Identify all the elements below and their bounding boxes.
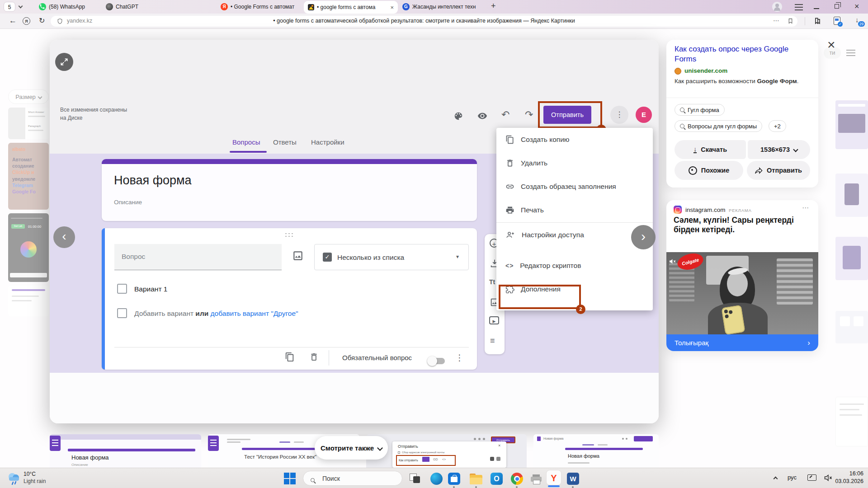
browser-menu-icon[interactable] xyxy=(795,2,803,12)
tag-chip-1[interactable]: Гугл форма xyxy=(675,104,725,116)
running-indicator xyxy=(453,486,455,488)
url-more-icon[interactable]: ⋯ xyxy=(773,17,779,24)
tab-close-icon[interactable]: × xyxy=(390,4,394,11)
menu-item-copy: Создать копию xyxy=(496,128,653,151)
share-button[interactable]: Отправить xyxy=(747,161,810,180)
url-bar[interactable]: yandex.kz • google forms с автоматическо… xyxy=(51,16,797,27)
tab-google-forms[interactable]: • Google Forms с автомат xyxy=(231,4,299,10)
mute-icon[interactable] xyxy=(669,258,676,265)
size-select-button[interactable]: 1536×673 xyxy=(748,140,810,159)
forms-tab-answers: Ответы xyxy=(273,138,297,146)
search-placeholder: Поиск xyxy=(322,475,340,482)
new-tab-button[interactable]: + xyxy=(491,1,496,11)
ad-video-frame[interactable]: Colgate xyxy=(666,252,818,334)
theme-palette-icon xyxy=(453,111,463,121)
tag-chip-more[interactable]: +2 xyxy=(769,120,786,132)
window-restore-button[interactable] xyxy=(835,4,839,9)
tab-zhasandy[interactable]: Жасанды интеллект техн xyxy=(412,4,481,10)
preview-eye-icon xyxy=(477,112,487,120)
similar-images-button[interactable]: Похожие xyxy=(675,161,743,180)
active-tab-label: • google forms с автома xyxy=(317,4,387,10)
active-app-indicator xyxy=(548,485,560,487)
taskbar-search[interactable]: Поиск xyxy=(303,471,402,486)
clock-date[interactable]: 03.03.2026 xyxy=(831,478,863,484)
search-icon xyxy=(680,108,684,112)
menu-item-script-editor: <> Редактор скриптов xyxy=(496,254,653,277)
ad-menu-icon[interactable]: ⋯ xyxy=(802,204,809,212)
language-indicator[interactable]: рус xyxy=(788,474,797,481)
source-title-link[interactable]: Как создать опрос через Google Forms xyxy=(675,44,810,64)
weather-temp[interactable]: 10°C xyxy=(24,471,36,477)
next-image-button[interactable]: › xyxy=(631,225,656,249)
add-image-icon xyxy=(292,250,304,262)
cast-monitor-icon[interactable] xyxy=(807,474,816,481)
mini-send-dialog: Отправить × Сбор адресов электронной поч… xyxy=(392,441,506,468)
back-button[interactable]: ← xyxy=(9,16,17,25)
tab-chatgpt[interactable]: ChatGPT xyxy=(116,4,138,10)
tab-whatsapp[interactable]: (58) WhatsApp xyxy=(49,4,85,10)
outlook-icon[interactable]: O xyxy=(491,473,503,485)
ad-cta-button[interactable]: Толығырақ› xyxy=(666,334,818,351)
instagram-ad-card[interactable]: instagram.com РЕКЛАМА ⋯ Сәлем, күлгін! С… xyxy=(666,200,818,351)
browser-address-bar: ← Я ↻ yandex.kz • google forms с автомат… xyxy=(0,14,868,29)
word-icon[interactable]: W xyxy=(567,473,579,485)
related-thumb-4[interactable]: Новая форма Новая форма xyxy=(533,434,659,468)
profile-avatar[interactable] xyxy=(772,2,782,12)
fullscreen-expand-button[interactable] xyxy=(55,53,73,71)
question-card-accent xyxy=(102,228,105,370)
required-label: Обязательный вопрос xyxy=(342,354,412,361)
chatgpt-icon xyxy=(106,3,113,10)
annotation-badge-2: 2 xyxy=(576,305,585,314)
ad-badge: РЕКЛАМА xyxy=(729,208,752,213)
tab-active-yandex-images[interactable]: • google forms с автома × xyxy=(304,1,398,14)
ad-site-label: instagram.com xyxy=(685,206,726,213)
store-icon[interactable] xyxy=(448,473,460,485)
window-close-button[interactable]: × xyxy=(854,2,859,11)
form-description: Описание xyxy=(114,199,142,206)
download-button[interactable]: ↓ Скачать xyxy=(675,140,746,159)
browser-tab-bar: 5 (58) WhatsApp ChatGPT Я • Google Forms… xyxy=(0,0,868,14)
tag-chip-2[interactable]: Вопросы для гугл формы xyxy=(675,120,762,132)
add-video-icon: ▶ xyxy=(489,316,499,324)
source-domain-link[interactable]: unisender.com xyxy=(684,67,727,74)
image-viewer-card[interactable]: Все изменения сохраненына Диске ↶ ↷ Отпр… xyxy=(50,40,659,423)
previous-image-button[interactable]: ‹ xyxy=(53,226,75,248)
file-explorer-icon[interactable] xyxy=(470,474,482,484)
toggle-knob xyxy=(427,356,437,366)
task-view-icon[interactable] xyxy=(410,474,421,483)
question-title-input: Вопрос xyxy=(114,244,282,270)
source-description: Как расширить возможности Google Форм. xyxy=(675,78,810,84)
refresh-button[interactable]: ↻ xyxy=(39,16,45,25)
start-button[interactable] xyxy=(284,473,296,484)
yandex-browser-icon[interactable]: Y xyxy=(546,470,561,485)
tray-expand-icon[interactable] xyxy=(774,477,778,481)
annotation-box-2 xyxy=(499,285,581,309)
redo-icon: ↷ xyxy=(525,109,533,121)
running-indicator xyxy=(572,486,574,488)
document-extension-icon[interactable]: ✓ xyxy=(834,17,840,25)
panel-divider xyxy=(666,98,818,98)
bookmark-icon[interactable] xyxy=(788,18,793,24)
clock-time[interactable]: 16:06 xyxy=(834,470,863,477)
edge-icon[interactable] xyxy=(430,473,443,485)
share-arrow-icon xyxy=(755,167,763,174)
see-also-button[interactable]: Смотрите также xyxy=(315,436,388,460)
collections-icon[interactable] xyxy=(813,17,822,26)
form-title: Новая форма xyxy=(114,174,192,188)
printer-icon xyxy=(505,206,514,215)
related-thumb-1[interactable]: Новая форма Описание xyxy=(50,434,201,468)
yandex-home-button[interactable]: Я xyxy=(23,17,30,25)
window-minimize-button[interactable] xyxy=(814,8,819,9)
related-thumb-3[interactable]: Отправить Отправить × Сбор адресов элект… xyxy=(366,434,527,468)
printer-app-icon[interactable] xyxy=(531,474,542,483)
weather-condition[interactable]: Light rain xyxy=(24,478,46,484)
chrome-icon[interactable] xyxy=(511,473,523,485)
add-option-row: Добавить вариант или добавить вариант "Д… xyxy=(134,310,298,318)
mini-annotation-box xyxy=(396,455,456,466)
tab-list-chevron-icon[interactable] xyxy=(19,4,23,9)
download-icon: ↓ xyxy=(693,146,697,154)
tab-counter[interactable]: 5 xyxy=(4,2,15,12)
cta-chevron-icon: › xyxy=(807,338,810,347)
add-title-icon: Tt xyxy=(489,278,495,286)
viewer-close-button[interactable]: × xyxy=(827,38,835,52)
